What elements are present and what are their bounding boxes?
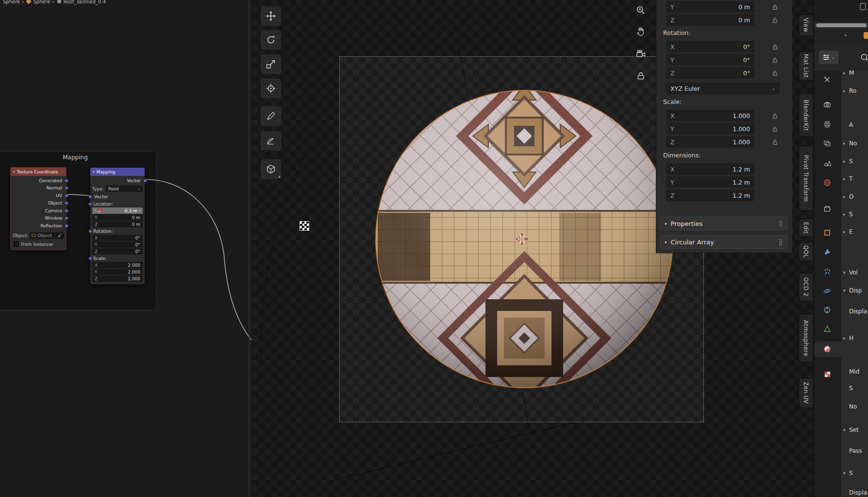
scale-x-field[interactable]: X1.000 bbox=[666, 110, 754, 121]
eyedropper-icon[interactable] bbox=[58, 233, 62, 238]
sidebar-tab-pivot-transform[interactable]: Pivot Transform bbox=[799, 146, 813, 211]
scale-tool-button[interactable] bbox=[260, 54, 282, 74]
lock-button[interactable] bbox=[770, 54, 780, 66]
image-marker-icon[interactable] bbox=[300, 221, 309, 231]
properties-panel-header[interactable]: ▸ Properties ⣿ bbox=[660, 217, 787, 230]
lock-button[interactable] bbox=[770, 67, 780, 79]
tab-render[interactable] bbox=[820, 98, 835, 111]
panel-label[interactable]: ▾Vol bbox=[843, 268, 868, 277]
sidebar-tab-zen-uv[interactable]: Zen UV bbox=[799, 378, 813, 408]
pan-button[interactable] bbox=[634, 25, 647, 38]
panel-label[interactable]: ▸S bbox=[843, 210, 868, 219]
breadcrumb-item[interactable]: Root_skinned_0.4 bbox=[64, 0, 106, 4]
breadcrumb-item[interactable]: Sphere bbox=[33, 0, 50, 4]
decrement-arrow-icon[interactable]: ‹ bbox=[95, 208, 96, 213]
sidebar-tab-ocd-2[interactable]: OCD 2 bbox=[799, 273, 813, 301]
rotation-z-field[interactable]: Z0° bbox=[666, 67, 754, 79]
tab-modifiers[interactable] bbox=[820, 246, 835, 258]
scale-x-field[interactable]: X2.000 bbox=[92, 262, 143, 268]
location-y-field[interactable]: Y0 m bbox=[666, 1, 754, 13]
mapping-node-header[interactable]: ▾ Mapping bbox=[90, 168, 145, 176]
sidebar-tab-view[interactable]: View bbox=[799, 15, 813, 36]
location-z-field[interactable]: Z0 m bbox=[666, 14, 754, 26]
lock-button[interactable] bbox=[770, 136, 780, 148]
rotate-tool-button[interactable] bbox=[260, 30, 282, 50]
object-field[interactable]: Object bbox=[30, 232, 64, 239]
mapping-node[interactable]: ▾ Mapping Vector Type: Point ⌄ Vect bbox=[90, 167, 145, 285]
measure-tool-button[interactable] bbox=[260, 131, 282, 151]
rotation-y-field[interactable]: Y0° bbox=[666, 54, 754, 66]
drag-handle-icon[interactable]: ⣿ bbox=[778, 239, 783, 245]
sidebar-tab-mat-list[interactable]: Mat List bbox=[799, 51, 813, 81]
rotation-x-field[interactable]: X0° bbox=[92, 235, 143, 241]
panel-label[interactable]: ▾Disp bbox=[843, 286, 868, 295]
texture-coordinate-node[interactable]: ▾ Texture Coordinate Generated Normal UV… bbox=[10, 167, 67, 250]
lock-button[interactable] bbox=[770, 14, 780, 26]
collapse-icon[interactable]: ▾ bbox=[13, 170, 15, 174]
lock-button[interactable] bbox=[770, 1, 780, 13]
dimension-z-field[interactable]: Z1.2 m bbox=[666, 189, 754, 201]
rotation-input-socket[interactable] bbox=[88, 229, 92, 233]
panel-label[interactable]: ▸S bbox=[843, 157, 868, 166]
sidebar-tab-qol[interactable]: QOL bbox=[799, 242, 813, 261]
add-cube-tool-button[interactable] bbox=[260, 159, 282, 179]
orange-item-icon[interactable] bbox=[864, 32, 868, 39]
rotation-x-field[interactable]: X0° bbox=[666, 41, 754, 52]
camera-view-button[interactable] bbox=[634, 48, 647, 60]
tab-particles[interactable] bbox=[820, 265, 835, 278]
tab-collection[interactable] bbox=[820, 203, 835, 215]
scale-z-field[interactable]: Z2.000 bbox=[92, 275, 143, 282]
vector-input-socket[interactable] bbox=[88, 195, 92, 199]
panel-label[interactable]: ▸Ro bbox=[843, 86, 868, 95]
drag-handle-icon[interactable]: ⣿ bbox=[778, 220, 783, 227]
location-input-socket[interactable] bbox=[88, 202, 92, 206]
chevron-down-icon[interactable]: ⌄ bbox=[843, 31, 848, 37]
panel-label[interactable]: ▾S bbox=[843, 469, 868, 478]
dimension-x-field[interactable]: X1.2 m bbox=[666, 163, 754, 175]
tab-output[interactable] bbox=[820, 118, 835, 131]
increment-arrow-icon[interactable]: › bbox=[139, 208, 140, 213]
tab-physics[interactable] bbox=[820, 285, 835, 297]
texture-coordinate-node-header[interactable]: ▾ Texture Coordinate bbox=[11, 168, 66, 176]
dimension-y-field[interactable]: Y1.2 m bbox=[666, 176, 754, 188]
location-y-field[interactable]: Y0 m bbox=[92, 214, 143, 221]
vector-output-socket[interactable] bbox=[143, 179, 147, 183]
scale-y-field[interactable]: Y2.000 bbox=[92, 269, 143, 275]
location-z-field[interactable]: Z0 m bbox=[92, 221, 143, 227]
scale-y-field[interactable]: Y1.000 bbox=[666, 123, 754, 135]
tab-world[interactable] bbox=[820, 176, 835, 189]
lock-button[interactable] bbox=[770, 41, 780, 52]
tab-tool[interactable] bbox=[820, 73, 835, 86]
collapse-icon[interactable]: ▾ bbox=[93, 170, 95, 174]
circular-array-panel-header[interactable]: ▸ Circular Array ⣿ bbox=[660, 235, 787, 249]
breadcrumb-item[interactable]: Sphere bbox=[3, 0, 20, 4]
sidebar-tab-atmosphere[interactable]: Atmosphere bbox=[799, 314, 813, 362]
scale-z-field[interactable]: Z1.000 bbox=[666, 136, 754, 148]
tab-constraints[interactable] bbox=[820, 304, 835, 316]
reflection-output-socket[interactable] bbox=[65, 224, 68, 228]
camera-output-socket[interactable] bbox=[65, 209, 68, 213]
uv-output-socket[interactable] bbox=[65, 194, 68, 198]
panel-label[interactable]: ▸T bbox=[843, 174, 868, 183]
annotate-tool-button[interactable] bbox=[260, 106, 282, 126]
editor-type-icon[interactable] bbox=[860, 3, 867, 11]
rotation-mode-dropdown[interactable]: XYZ Euler ⌄ bbox=[666, 83, 780, 94]
window-output-socket[interactable] bbox=[65, 216, 68, 220]
panel-label[interactable]: ▸No bbox=[843, 139, 868, 148]
type-dropdown[interactable]: Point ⌄ bbox=[106, 186, 143, 192]
rotation-z-field[interactable]: Z0° bbox=[92, 248, 143, 255]
sidebar-tab-edit[interactable]: Edit bbox=[799, 219, 813, 237]
node-editor-scrollbar[interactable] bbox=[249, 0, 250, 497]
tab-material[interactable] bbox=[820, 343, 835, 355]
normal-output-socket[interactable] bbox=[65, 186, 68, 190]
search-icon[interactable] bbox=[860, 52, 868, 63]
lock-view-button[interactable] bbox=[634, 70, 647, 83]
tab-object-data[interactable] bbox=[820, 323, 835, 335]
tab-view-layer[interactable] bbox=[820, 137, 835, 150]
scale-input-socket[interactable] bbox=[88, 257, 92, 260]
generated-output-socket[interactable] bbox=[65, 179, 68, 183]
panel-label[interactable]: ▸O bbox=[843, 192, 868, 201]
panel-label[interactable]: ▸M bbox=[843, 69, 868, 77]
panel-label[interactable]: ▾Set bbox=[843, 426, 868, 434]
lock-button[interactable] bbox=[770, 123, 780, 135]
